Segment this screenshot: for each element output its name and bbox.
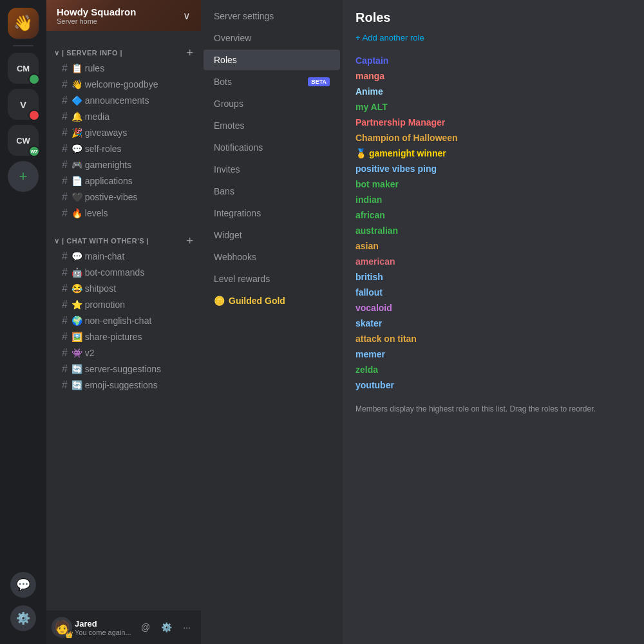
- role-item-asian[interactable]: asian: [355, 238, 631, 254]
- channel-main-chat[interactable]: # 💬 main-chat: [54, 249, 193, 264]
- role-item-skater[interactable]: skater: [355, 316, 631, 331]
- channel-emoji-suggestions[interactable]: # 🔄 emoji-suggestions: [54, 377, 193, 393]
- channel-server-suggestions[interactable]: # 🔄 server-suggestions: [54, 361, 193, 377]
- hash-icon: #: [62, 267, 68, 278]
- channel-share-pictures[interactable]: # 🖼️ share-pictures: [54, 329, 193, 345]
- role-item-manga[interactable]: manga: [355, 68, 631, 84]
- server-subtitle: Server home: [57, 17, 136, 25]
- roles-panel: Roles + Add another role CaptainmangaAni…: [343, 0, 644, 644]
- role-item----gamenight-winner[interactable]: 🥇 gamenight winner: [355, 146, 631, 161]
- more-button[interactable]: ···: [178, 618, 196, 636]
- role-item-youtuber[interactable]: youtuber: [355, 377, 631, 393]
- server-icon-cm[interactable]: CM: [8, 53, 39, 84]
- category-header-chat[interactable]: ∨ | Chat With other's | +: [52, 234, 196, 248]
- hash-icon: #: [62, 159, 68, 171]
- channel-sidebar: Howdy Squadron Server home ∨ ∨ | Server …: [46, 0, 201, 644]
- hash-icon: #: [62, 127, 68, 138]
- settings-item-emotes[interactable]: Emotes: [204, 115, 340, 136]
- server-name: Howdy Squadron: [57, 6, 136, 17]
- settings-item-webhooks[interactable]: Webhooks: [204, 247, 340, 267]
- settings-item-roles[interactable]: Roles: [204, 50, 340, 70]
- settings-item-bans[interactable]: Bans: [204, 181, 340, 202]
- add-server-button[interactable]: +: [8, 161, 39, 192]
- channel-v2[interactable]: # 👾 v2: [54, 345, 193, 361]
- server-header[interactable]: Howdy Squadron Server home ∨: [46, 0, 201, 31]
- role-item-african[interactable]: african: [355, 207, 631, 223]
- channel-media[interactable]: # 🔔 media: [54, 109, 193, 124]
- category-server-info: ∨ | Server Info | + # 📋 rules # 👋 welcom…: [46, 36, 201, 224]
- settings-item-bots[interactable]: Bots BETA: [204, 71, 340, 92]
- server-icon-howdy[interactable]: 👋: [8, 8, 39, 39]
- hash-icon: #: [62, 111, 68, 122]
- role-item-my-alt[interactable]: my ALT: [355, 99, 631, 115]
- settings-icon-sidebar[interactable]: ⚙️: [10, 605, 36, 631]
- role-item-attack-on-titan[interactable]: attack on titan: [355, 331, 631, 346]
- role-item-indian[interactable]: indian: [355, 192, 631, 207]
- hash-icon: #: [62, 143, 68, 155]
- channel-giveaways[interactable]: # 🎉 giveaways: [54, 125, 193, 140]
- channel-gamenights[interactable]: # 🎮 gamenights: [54, 157, 193, 173]
- settings-item-notifications[interactable]: Notifications: [204, 137, 340, 158]
- hash-icon: #: [62, 251, 68, 262]
- channel-postive-vibes[interactable]: # 🖤 postive-vibes: [54, 189, 193, 205]
- role-item-zelda[interactable]: zelda: [355, 362, 631, 377]
- messaging-icon[interactable]: 💬: [10, 572, 36, 598]
- settings-item-widget[interactable]: Widget: [204, 225, 340, 245]
- settings-item-integrations[interactable]: Integrations: [204, 203, 340, 223]
- server-header-text: Howdy Squadron Server home: [57, 6, 136, 25]
- guilded-coin-icon: 🪙: [214, 296, 225, 306]
- beta-badge: BETA: [308, 77, 330, 86]
- channel-rules[interactable]: # 📋 rules: [54, 61, 193, 76]
- user-info: Jared You come again...: [75, 619, 134, 636]
- channel-welcome-goodbye[interactable]: # 👋 welcome-goodbye: [54, 77, 193, 92]
- channel-levels[interactable]: # 🔥 levels: [54, 205, 193, 221]
- settings-item-invites[interactable]: Invites: [204, 159, 340, 180]
- channel-promotion[interactable]: # ⭐ promotion: [54, 297, 193, 312]
- role-item-british[interactable]: british: [355, 269, 631, 285]
- channel-applications[interactable]: # 📄 applications: [54, 173, 193, 189]
- hash-icon: #: [62, 299, 68, 310]
- user-name: Jared: [75, 619, 134, 629]
- channel-self-roles[interactable]: # 💬 self-roles: [54, 141, 193, 156]
- user-area: 🧑 👑 Jared You come again... @ ⚙️ ···: [46, 611, 201, 644]
- user-controls: @ ⚙️ ···: [137, 618, 196, 636]
- server-icon-v[interactable]: V: [8, 89, 39, 120]
- channel-non-english-chat[interactable]: # 🌍 non-english-chat: [54, 313, 193, 328]
- channel-shitpost[interactable]: # 😂 shitpost: [54, 281, 193, 296]
- add-role-button[interactable]: + Add another role: [355, 33, 631, 43]
- settings-item-level-rewards[interactable]: Level rewards: [204, 269, 340, 289]
- hash-icon: #: [62, 191, 68, 203]
- at-button[interactable]: @: [137, 618, 155, 636]
- roles-title: Roles: [355, 10, 631, 25]
- role-item-bot-maker[interactable]: bot maker: [355, 176, 631, 192]
- settings-item-guilded-gold[interactable]: 🪙 Guilded Gold: [204, 290, 340, 311]
- category-add-server-info[interactable]: +: [186, 46, 193, 60]
- user-avatar-container: 🧑 👑: [52, 617, 72, 638]
- role-item-anime[interactable]: Anime: [355, 84, 631, 99]
- settings-button[interactable]: ⚙️: [157, 618, 175, 636]
- role-item-australian[interactable]: australian: [355, 223, 631, 238]
- role-item-positive-vibes-ping[interactable]: positive vibes ping: [355, 161, 631, 176]
- hash-icon: #: [62, 363, 68, 375]
- role-item-american[interactable]: american: [355, 254, 631, 269]
- server-icons-bar: 👋 CM V CW WZ + 💬 ⚙️: [0, 0, 46, 644]
- server-icon-cw[interactable]: CW WZ: [8, 125, 39, 156]
- role-item-captain[interactable]: Captain: [355, 53, 631, 68]
- hash-icon: #: [62, 315, 68, 327]
- role-item-memer[interactable]: memer: [355, 346, 631, 362]
- channel-bot-commands[interactable]: # 🤖 bot-commands: [54, 265, 193, 280]
- role-item-fallout[interactable]: fallout: [355, 285, 631, 300]
- settings-item-overview[interactable]: Overview: [204, 28, 340, 48]
- channel-announcements[interactable]: # 🔷 announcements: [54, 93, 193, 108]
- hash-icon: #: [62, 347, 68, 359]
- role-item-champion-of-halloween[interactable]: Champion of Halloween: [355, 130, 631, 146]
- channels-list: ∨ | Server Info | + # 📋 rules # 👋 welcom…: [46, 31, 201, 611]
- settings-item-server-settings[interactable]: Server settings: [204, 6, 340, 26]
- roles-footer: Members display the highest role on this…: [355, 403, 631, 415]
- role-item-partnership-manager[interactable]: Partnership Manager: [355, 115, 631, 130]
- role-item-vocaloid[interactable]: vocaloid: [355, 300, 631, 316]
- category-add-chat[interactable]: +: [186, 234, 193, 248]
- server-icon-cm-badge: [28, 73, 40, 85]
- settings-item-groups[interactable]: Groups: [204, 93, 340, 114]
- category-header-server-info[interactable]: ∨ | Server Info | +: [52, 46, 196, 60]
